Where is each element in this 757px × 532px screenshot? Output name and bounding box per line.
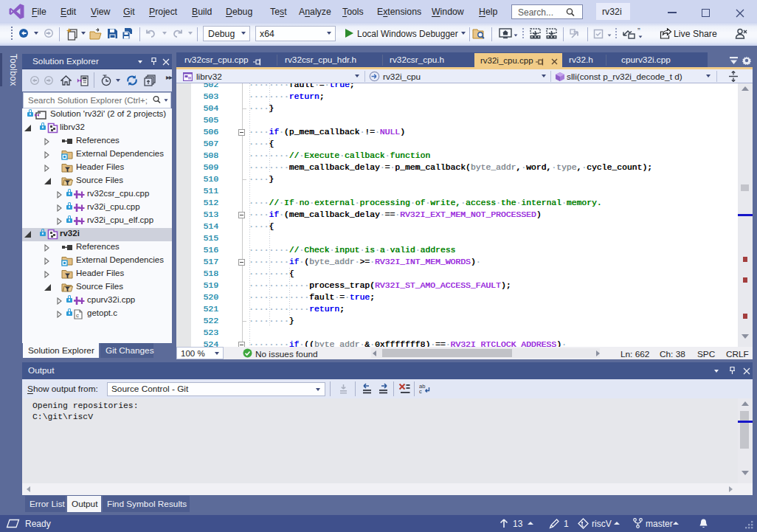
svg-text:c: c [76,312,79,319]
svg-text:c: c [419,388,422,394]
